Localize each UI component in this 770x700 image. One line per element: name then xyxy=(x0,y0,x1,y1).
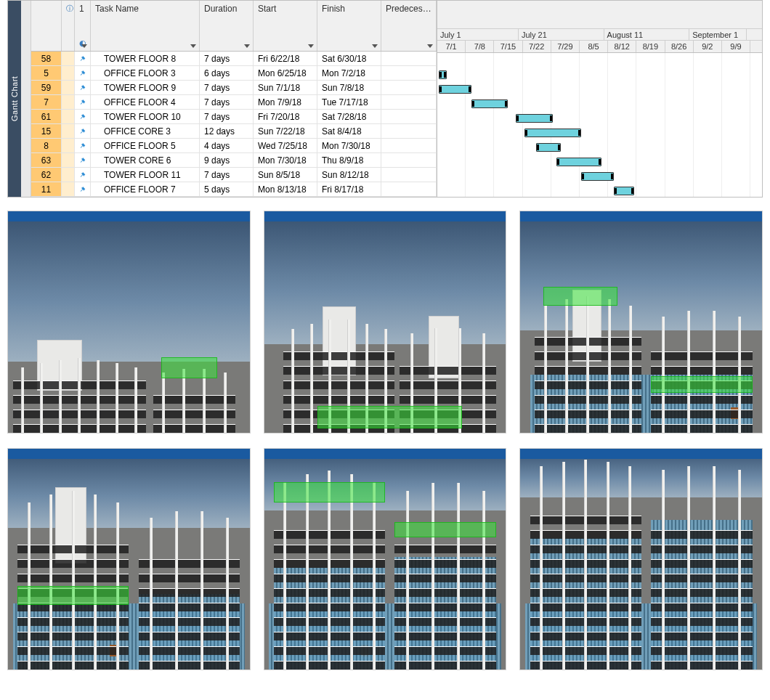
timeline-body[interactable] xyxy=(437,53,762,197)
start-cell[interactable]: Mon 8/13/18 xyxy=(254,182,317,196)
task-name-cell[interactable]: OFFICE FLOOR 3 xyxy=(91,66,200,80)
gantt-bar[interactable] xyxy=(536,143,561,152)
predecessors-cell[interactable] xyxy=(381,81,437,94)
duration-cell[interactable]: 12 days xyxy=(200,124,254,138)
predecessors-cell[interactable] xyxy=(381,139,437,152)
duration-cell[interactable]: 7 days xyxy=(200,168,254,182)
finish-cell[interactable]: Sun 7/8/18 xyxy=(317,81,381,94)
start-cell[interactable]: Wed 7/25/18 xyxy=(254,139,317,152)
gantt-bar[interactable] xyxy=(471,99,508,108)
task-name-cell[interactable]: OFFICE FLOOR 4 xyxy=(91,95,200,109)
timeline-day-label: 7/22 xyxy=(523,41,551,52)
task-name-cell[interactable]: OFFICE CORE 3 xyxy=(91,124,200,138)
finish-cell[interactable]: Sat 7/28/18 xyxy=(317,110,381,123)
duration-cell[interactable]: 4 days xyxy=(200,139,254,152)
duration-cell[interactable]: 9 days xyxy=(200,153,254,167)
task-name-cell[interactable]: TOWER FLOOR 9 xyxy=(91,81,200,94)
gantt-bar[interactable] xyxy=(524,129,581,137)
render-view-5[interactable] xyxy=(264,448,507,671)
task-name-cell[interactable]: TOWER CORE 6 xyxy=(91,153,200,167)
start-cell[interactable]: Sun 7/1/18 xyxy=(254,81,317,94)
col-header-indicator[interactable]: ⓘ xyxy=(62,1,75,51)
finish-cell[interactable]: Thu 8/9/18 xyxy=(317,153,381,167)
duration-cell[interactable]: 5 days xyxy=(200,182,254,196)
render-view-1[interactable] xyxy=(7,211,251,434)
table-row[interactable]: 62TOWER FLOOR 117 daysSun 8/5/18Sun 8/12… xyxy=(31,168,437,182)
row-id[interactable]: 62 xyxy=(31,168,62,182)
row-id[interactable]: 58 xyxy=(31,52,62,65)
predecessors-cell[interactable] xyxy=(381,124,437,138)
table-row[interactable]: 5OFFICE FLOOR 36 daysMon 6/25/18Mon 7/2/… xyxy=(31,66,437,81)
col-header-finish[interactable]: Finish xyxy=(317,1,381,51)
col-header-rowid[interactable] xyxy=(31,1,62,51)
table-row[interactable]: 63TOWER CORE 69 daysMon 7/30/18Thu 8/9/1… xyxy=(31,153,437,168)
duration-cell[interactable]: 6 days xyxy=(200,66,254,80)
row-id[interactable]: 7 xyxy=(31,95,62,109)
finish-cell[interactable]: Fri 8/17/18 xyxy=(317,182,381,196)
start-cell[interactable]: Mon 6/25/18 xyxy=(254,66,317,80)
gantt-bar[interactable] xyxy=(516,114,552,123)
table-row[interactable]: 58TOWER FLOOR 87 daysFri 6/22/18Sat 6/30… xyxy=(31,52,437,66)
render-view-3[interactable] xyxy=(519,211,763,434)
finish-cell[interactable]: Mon 7/30/18 xyxy=(317,139,381,152)
start-cell[interactable]: Fri 7/20/18 xyxy=(254,110,317,123)
row-id[interactable]: 63 xyxy=(31,153,62,167)
gantt-sidebar-label[interactable]: Gantt Chart xyxy=(8,1,21,197)
finish-cell[interactable]: Sat 8/4/18 xyxy=(317,124,381,138)
render-view-2[interactable] xyxy=(264,211,507,434)
duration-cell[interactable]: 7 days xyxy=(200,52,254,65)
table-row[interactable]: 8OFFICE FLOOR 54 daysWed 7/25/18Mon 7/30… xyxy=(31,139,437,153)
gantt-bar[interactable] xyxy=(581,172,614,181)
gantt-bar[interactable] xyxy=(556,158,601,166)
finish-cell[interactable]: Sun 8/12/18 xyxy=(317,168,381,182)
start-cell[interactable]: Sun 8/5/18 xyxy=(254,168,317,182)
predecessors-cell[interactable] xyxy=(381,95,437,109)
table-row[interactable]: 15OFFICE CORE 312 daysSun 7/22/18Sat 8/4… xyxy=(31,124,437,139)
task-name-cell[interactable]: TOWER FLOOR 8 xyxy=(91,52,200,65)
row-id[interactable]: 5 xyxy=(31,66,62,80)
duration-cell[interactable]: 7 days xyxy=(200,110,254,123)
start-cell[interactable]: Mon 7/30/18 xyxy=(254,153,317,167)
col-header-predecessors[interactable]: Predecessors xyxy=(381,1,437,51)
finish-cell[interactable]: Mon 7/2/18 xyxy=(317,66,381,80)
row-id[interactable]: 61 xyxy=(31,110,62,123)
predecessors-cell[interactable] xyxy=(381,153,437,167)
predecessors-cell[interactable] xyxy=(381,168,437,182)
duration-cell[interactable]: 7 days xyxy=(200,81,254,94)
render-view-6[interactable] xyxy=(519,448,763,671)
task-name-cell[interactable]: TOWER FLOOR 10 xyxy=(91,110,200,123)
predecessors-cell[interactable] xyxy=(381,66,437,80)
predecessors-cell[interactable] xyxy=(381,182,437,196)
task-name-cell[interactable]: TOWER FLOOR 11 xyxy=(91,168,200,182)
render-view-4[interactable] xyxy=(7,448,251,671)
gantt-bar[interactable] xyxy=(439,70,447,79)
gantt-timeline[interactable]: July 1July 21August 11September 1 7/17/8… xyxy=(437,1,762,197)
table-row[interactable]: 59TOWER FLOOR 97 daysSun 7/1/18Sun 7/8/1… xyxy=(31,81,437,95)
col-header-taskmode[interactable]: 1 ◐ xyxy=(75,1,91,51)
start-cell[interactable]: Mon 7/9/18 xyxy=(254,95,317,109)
table-row[interactable]: 11OFFICE FLOOR 75 daysMon 8/13/18Fri 8/1… xyxy=(31,182,437,197)
task-name-cell[interactable]: OFFICE FLOOR 7 xyxy=(91,182,200,196)
col-header-taskname[interactable]: Task Name xyxy=(91,1,200,51)
col-header-duration[interactable]: Duration xyxy=(200,1,254,51)
gantt-bar[interactable] xyxy=(614,187,634,195)
start-cell[interactable]: Sun 7/22/18 xyxy=(254,124,317,138)
start-cell[interactable]: Fri 6/22/18 xyxy=(254,52,317,65)
table-row[interactable]: 7OFFICE FLOOR 47 daysMon 7/9/18Tue 7/17/… xyxy=(31,95,437,110)
duration-cell[interactable]: 7 days xyxy=(200,95,254,109)
pin-icon xyxy=(75,168,91,182)
row-id[interactable]: 11 xyxy=(31,182,62,196)
row-id[interactable]: 59 xyxy=(31,81,62,94)
timeline-month-label: July 1 xyxy=(437,29,519,40)
row-id[interactable]: 15 xyxy=(31,124,62,138)
predecessors-cell[interactable] xyxy=(381,52,437,65)
gantt-bar[interactable] xyxy=(439,85,471,94)
predecessors-cell[interactable] xyxy=(381,110,437,123)
finish-cell[interactable]: Tue 7/17/18 xyxy=(317,95,381,109)
task-name-cell[interactable]: OFFICE FLOOR 5 xyxy=(91,139,200,152)
table-row[interactable]: 61TOWER FLOOR 107 daysFri 7/20/18Sat 7/2… xyxy=(31,110,437,124)
col-header-start[interactable]: Start xyxy=(254,1,317,51)
row-id[interactable]: 8 xyxy=(31,139,62,152)
finish-cell[interactable]: Sat 6/30/18 xyxy=(317,52,381,65)
pin-icon xyxy=(75,66,91,80)
